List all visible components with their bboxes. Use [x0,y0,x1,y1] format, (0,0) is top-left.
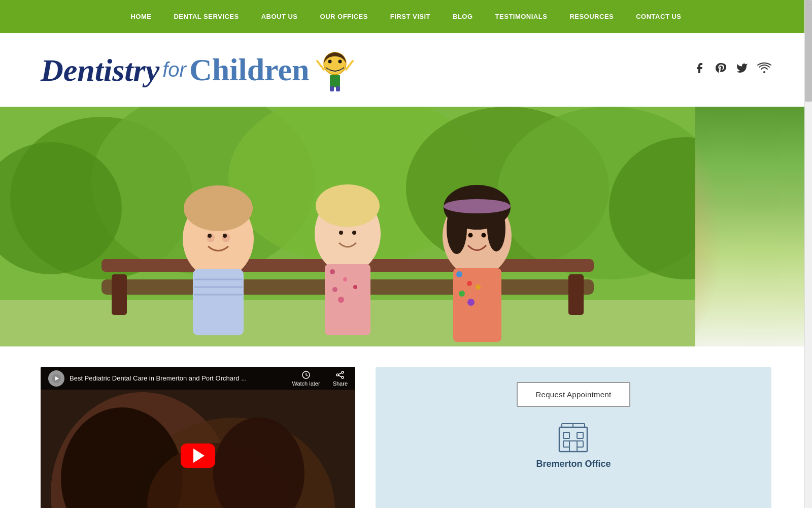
hero-image [0,107,695,346]
mascot-icon [315,50,355,90]
svg-rect-73 [563,441,569,447]
svg-point-51 [444,199,511,213]
nav-contact-us[interactable]: CONTACT US [625,0,692,33]
svg-rect-20 [568,274,584,315]
svg-point-52 [468,233,473,238]
svg-rect-70 [559,427,587,452]
share-button[interactable]: Share [333,370,348,387]
svg-rect-5 [330,75,340,87]
video-top-bar: Best Pediatric Dental Care in Bremerton … [41,367,355,390]
site-header: Dentistry for Children [0,33,812,107]
watch-later-button[interactable]: Watch later [292,370,320,387]
svg-line-4 [346,61,353,70]
svg-point-30 [223,234,227,238]
wifi-icon[interactable] [757,62,771,78]
main-navigation: HOME DENTAL SERVICES ABOUT US OUR OFFICE… [0,0,812,33]
office-name: Bremerton Office [536,459,611,469]
pinterest-icon[interactable] [715,62,727,78]
nav-about-us[interactable]: ABOUT US [250,0,309,33]
svg-point-65 [342,371,344,373]
nav-first-visit[interactable]: FIRST VISIT [379,0,442,33]
hero-section [0,107,812,346]
svg-point-66 [342,376,344,378]
svg-point-46 [476,284,481,290]
nav-our-offices[interactable]: OUR OFFICES [309,0,379,33]
office-section: Bremerton Office [536,420,611,469]
video-container[interactable]: Best Pediatric Dental Care in Bremerton … [41,367,355,508]
svg-rect-32 [325,264,370,335]
logo-for: for [162,58,186,81]
svg-line-68 [339,373,342,374]
svg-point-43 [456,271,462,277]
svg-rect-75 [569,441,577,452]
svg-rect-7 [336,86,340,91]
svg-rect-72 [577,432,583,438]
request-appointment-button[interactable]: Request Appointment [517,382,630,407]
logo-children: Children [189,52,310,88]
svg-line-3 [317,61,324,70]
nav-resources[interactable]: RESOURCES [558,0,625,33]
scrollbar[interactable] [804,0,812,508]
nav-testimonials[interactable]: TESTIMONIALS [484,0,559,33]
facebook-icon[interactable] [693,62,705,78]
svg-point-33 [330,269,335,274]
svg-point-29 [208,234,212,238]
nav-dental-services[interactable]: DENTAL SERVICES [162,0,250,33]
svg-point-35 [332,287,337,292]
svg-line-64 [306,375,308,376]
svg-point-34 [343,277,347,281]
social-icons [693,62,771,78]
svg-rect-6 [330,86,334,91]
svg-point-37 [338,297,344,303]
svg-rect-74 [577,441,583,447]
svg-point-44 [467,281,472,286]
svg-point-38 [316,184,380,227]
svg-point-26 [184,185,253,231]
twitter-icon[interactable] [736,62,748,78]
svg-point-39 [339,231,343,235]
play-button[interactable] [181,443,215,468]
share-label: Share [333,380,348,387]
svg-rect-42 [453,268,501,342]
nav-blog[interactable]: BLOG [442,0,484,33]
logo: Dentistry for Children [41,50,355,90]
svg-line-69 [339,375,342,377]
video-section: Best Pediatric Dental Care in Bremerton … [41,367,355,508]
svg-point-53 [482,233,486,238]
logo-dentistry: Dentistry [41,54,159,86]
svg-point-45 [459,291,465,297]
appointment-panel: Request Appointment Bremerton Office [376,367,771,508]
svg-point-2 [338,60,342,64]
play-triangle-icon [193,449,205,463]
svg-rect-71 [563,432,569,438]
svg-point-1 [328,60,331,64]
content-area: Best Pediatric Dental Care in Bremerton … [0,346,812,508]
video-title: Best Pediatric Dental Care in Bremerton … [70,374,287,382]
svg-point-40 [352,231,356,235]
svg-point-47 [467,299,475,306]
svg-point-67 [336,374,339,376]
scrollbar-thumb[interactable] [805,0,812,102]
nav-home[interactable]: HOME [119,0,162,33]
building-icon [557,420,590,453]
svg-rect-19 [112,274,127,315]
watch-later-label: Watch later [292,380,320,387]
svg-point-36 [353,285,357,289]
video-channel-icon [48,370,64,387]
